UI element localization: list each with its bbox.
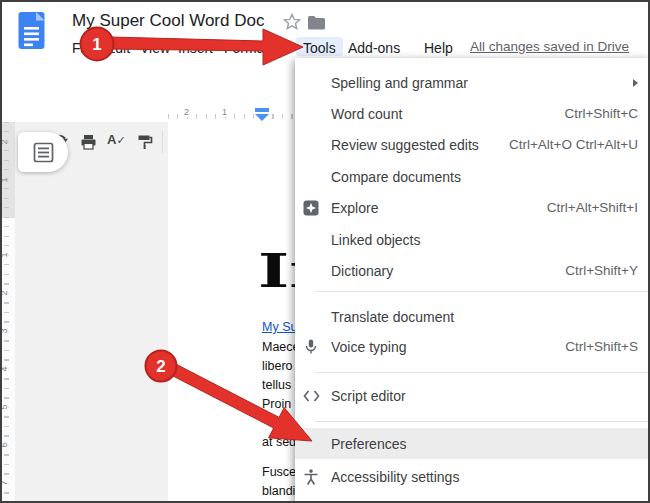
menubar-insert[interactable]: Insert: [178, 39, 213, 58]
shortcut-label: Ctrl+Shift+S: [565, 339, 638, 354]
ruler-number: 4: [0, 366, 9, 371]
accessibility-icon: [303, 468, 319, 485]
shortcut-label: Ctrl+Shift+C: [564, 106, 638, 121]
header: My Super Cool Word Doc File Edit View In…: [0, 0, 650, 58]
toolbar-divider: [162, 131, 163, 153]
shortcut-label: Ctrl+Shift+Y: [565, 263, 638, 278]
menu-item-explore[interactable]: Explore Ctrl+Alt+Shift+I: [295, 192, 650, 223]
menu-divider: [315, 372, 650, 373]
vertical-ruler: 2 1 1 2 3 4 5 6 7: [0, 122, 15, 503]
menu-item-translate-document[interactable]: Translate document: [295, 301, 650, 332]
ruler-margin-band: [0, 122, 15, 218]
menu-item-dictionary[interactable]: Dictionary Ctrl+Shift+Y: [295, 255, 650, 286]
menubar-view[interactable]: View: [140, 39, 170, 58]
show-outline-button[interactable]: [18, 132, 68, 172]
ruler-number: 1: [0, 177, 9, 182]
menu-item-word-count[interactable]: Word count Ctrl+Shift+C: [295, 98, 650, 129]
tools-menu-dropdown: Spelling and grammar Word count Ctrl+Shi…: [295, 58, 650, 503]
document-paragraph: Fusce blandi: [262, 463, 296, 501]
ruler-number: 1: [0, 252, 9, 257]
ruler-number: 7: [0, 480, 9, 485]
move-folder-icon[interactable]: [307, 15, 326, 34]
ruler-number: 6: [0, 442, 9, 447]
ruler-number: 2: [182, 107, 191, 117]
shortcut-label: Ctrl+Alt+Shift+I: [547, 200, 638, 215]
ruler-number: 2: [0, 290, 9, 295]
ruler-number: 1: [220, 107, 229, 117]
menu-item-preferences[interactable]: Preferences: [295, 428, 650, 459]
menu-item-linked-objects[interactable]: Linked objects: [295, 224, 650, 255]
save-status-link[interactable]: All changes saved in Drive: [470, 39, 629, 54]
menu-item-voice-typing[interactable]: Voice typing Ctrl+Shift+S: [295, 331, 650, 362]
document-paragraph: Maece libero tellus Proin at sed: [262, 338, 300, 452]
menubar-format[interactable]: Format: [224, 39, 268, 58]
ruler-number: 3: [0, 328, 9, 333]
menubar-file[interactable]: File: [72, 39, 95, 58]
ruler-number: 2: [0, 139, 9, 144]
document-link[interactable]: My Su: [262, 320, 297, 334]
microphone-icon: [303, 338, 319, 355]
menubar-edit[interactable]: Edit: [106, 39, 130, 58]
spellcheck-icon[interactable]: A✓: [107, 132, 126, 147]
document-title[interactable]: My Super Cool Word Doc: [72, 11, 264, 31]
menu-item-spelling-and-grammar[interactable]: Spelling and grammar: [295, 67, 650, 98]
print-icon[interactable]: [80, 134, 97, 154]
star-icon[interactable]: [283, 13, 301, 35]
paint-format-icon[interactable]: [137, 134, 153, 154]
submenu-arrow-icon: [633, 79, 638, 87]
menubar-help[interactable]: Help: [424, 39, 453, 58]
google-docs-window: My Super Cool Word Doc File Edit View In…: [0, 0, 650, 503]
menu-item-script-editor[interactable]: Script editor: [295, 380, 650, 411]
ruler-number: 5: [0, 404, 9, 409]
outline-icon: [33, 142, 54, 163]
menu-divider: [315, 421, 650, 422]
explore-icon: [303, 200, 319, 216]
indent-marker[interactable]: [254, 106, 270, 123]
menu-item-label: Spelling and grammar: [331, 75, 468, 91]
menu-item-accessibility-settings[interactable]: Accessibility settings: [295, 461, 650, 492]
menu-item-compare-documents[interactable]: Compare documents: [295, 161, 650, 192]
code-icon: [303, 389, 320, 402]
menubar-tools[interactable]: Tools: [296, 37, 343, 56]
menu-item-review-suggested-edits[interactable]: Review suggested edits Ctrl+Alt+O Ctrl+A…: [295, 129, 650, 160]
google-docs-logo-icon[interactable]: [17, 11, 47, 55]
menubar-add-ons[interactable]: Add-ons: [348, 39, 400, 58]
menu-divider: [315, 291, 650, 292]
shortcut-label: Ctrl+Alt+O Ctrl+Alt+U: [509, 137, 638, 152]
